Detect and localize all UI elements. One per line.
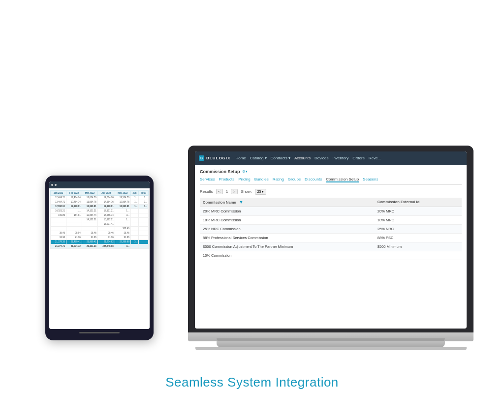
table-row: 31.3621.3631.3631.3631.36 — [51, 235, 149, 240]
commission-ext-id-cell: $500 Minimum — [375, 242, 462, 251]
table-row: 169.89164.9112,664.7416,266.743... — [51, 213, 149, 217]
commission-ext-id-cell — [375, 251, 462, 260]
nav-item-reve[interactable]: Reve... — [369, 156, 381, 160]
sub-nav-seasons[interactable]: Seasons — [363, 177, 378, 182]
laptop-toolbar: Results < 1 > Show: 25 ▾ — [200, 189, 462, 195]
sub-nav-discounts[interactable]: Discounts — [305, 177, 322, 182]
commission-name-cell: 25% NRC Commission — [200, 224, 375, 233]
sub-nav-rating[interactable]: Rating — [273, 177, 284, 182]
laptop-screen-inner: B BLULOGIX Home Catalog ▾ Contracts ▾ Ac… — [195, 151, 467, 329]
tablet-content: Jan 2022 Feb 2022 Mar 2022 Apr 2022 May … — [49, 188, 150, 251]
tablet-col-jan: Jan 2022 — [51, 190, 66, 195]
nav-item-orders[interactable]: Orders — [352, 156, 364, 160]
sub-nav-pricing[interactable]: Pricing — [238, 177, 250, 182]
show-label: Show: — [241, 189, 252, 194]
table-row: 88% Professional Services Commission 88%… — [200, 233, 462, 242]
laptop-page-title-bar: Commission Setup ⚙ ▾ — [200, 169, 462, 174]
tablet-home-indicator — [79, 332, 120, 333]
table-row: 12,464.7113,464.7411,664.7614,664.7613,5… — [51, 195, 149, 200]
table-row: 25% NRC Commission 25% NRC — [200, 224, 462, 233]
table-row: 10% MRC Commission 10% MRC — [200, 215, 462, 224]
logo-text: BLULOGIX — [206, 156, 230, 160]
col-commission-external-id: Commission External Id — [375, 198, 462, 207]
table-row: 16,321.211...14,121.2117,121.211... — [51, 209, 149, 213]
commission-name-cell: 88% Professional Services Commission — [200, 233, 375, 242]
table-row: 10% Commission — [200, 251, 462, 260]
laptop-table-header-row: Commission Name ▼ Commission External Id — [200, 198, 462, 207]
tablet-battery-icon — [55, 184, 57, 186]
commission-ext-id-cell: 10% MRC — [375, 215, 462, 224]
tablet-table-header: Jan 2022 Feb 2022 Mar 2022 Apr 2022 May … — [51, 190, 149, 195]
laptop-logo: B BLULOGIX — [199, 155, 230, 161]
laptop-nav: B BLULOGIX Home Catalog ▾ Contracts ▾ Ac… — [195, 151, 467, 165]
nav-item-contracts[interactable]: Contracts ▾ — [271, 156, 290, 160]
table-row-highlighted: 21,279.3521,489.4121,989.4121,234.8222,2… — [51, 240, 149, 244]
commission-name-cell: 20% MRC Commission — [200, 207, 375, 215]
laptop-table: Commission Name ▼ Commission External Id… — [200, 198, 462, 260]
results-label: Results — [200, 189, 213, 194]
laptop-device: B BLULOGIX Home Catalog ▾ Contracts ▾ Ac… — [188, 146, 473, 350]
laptop-nav-items: Home Catalog ▾ Contracts ▾ Accounts Devi… — [235, 156, 381, 160]
nav-item-inventory[interactable]: Inventory — [332, 156, 348, 160]
commission-name-cell: $500 Commission Adjustment To The Partne… — [200, 242, 375, 251]
table-row: 313.46 — [51, 226, 149, 231]
table-row: 35.4635.9435.4635.4635.46 — [51, 231, 149, 235]
table-row: 12,464.7113,464.7411,664.7614,664.7613,5… — [51, 200, 149, 204]
laptop-feet — [195, 347, 467, 350]
prev-page-button[interactable]: < — [216, 189, 223, 194]
nav-item-devices[interactable]: Devices — [315, 156, 328, 160]
sub-nav-commission-setup[interactable]: Commission Setup — [326, 177, 359, 182]
commission-ext-id-cell: 20% MRC — [375, 207, 462, 215]
sub-nav-bundles[interactable]: Bundles — [254, 177, 269, 182]
next-page-button[interactable]: > — [231, 189, 238, 194]
laptop-page-title: Commission Setup — [200, 169, 240, 174]
tablet-device: Jan 2022 Feb 2022 Mar 2022 Apr 2022 May … — [45, 176, 154, 340]
logo-icon: B — [199, 155, 204, 161]
table-row-subtotal-2: 21,274.7121,074.7221,101.23328,448.983..… — [51, 244, 149, 248]
sub-nav-products[interactable]: Products — [219, 177, 235, 182]
tablet-col-may: May 2022 — [115, 190, 130, 195]
show-count-select[interactable]: 25 ▾ — [255, 189, 267, 195]
table-row: $500 Commission Adjustment To The Partne… — [200, 242, 462, 251]
commission-name-cell: 10% Commission — [200, 251, 375, 260]
table-row: 14,122.2116,122.211... — [51, 217, 149, 222]
tablet-col-mar: Mar 2022 — [82, 190, 97, 195]
laptop-sub-nav: Services Products Pricing Bundles Rating… — [200, 177, 462, 185]
nav-item-accounts[interactable]: Accounts — [294, 156, 311, 160]
laptop-base — [188, 332, 473, 341]
laptop-stand — [217, 341, 445, 347]
tablet-screen: Jan 2022 Feb 2022 Mar 2022 Apr 2022 May … — [49, 181, 150, 329]
settings-icon: ⚙ ▾ — [242, 170, 248, 174]
col-commission-name: Commission Name ▼ — [200, 198, 375, 207]
tablet-header — [49, 181, 150, 188]
tablet-col-apr: Apr 2022 — [97, 190, 115, 195]
filter-icon[interactable]: ▼ — [239, 200, 244, 205]
page-title: Seamless System Integration — [165, 375, 339, 390]
tablet-col-total: Total — [139, 190, 149, 195]
table-row-subtotal: 12,990.9112,990.9112,990.9112,990.9112,9… — [51, 204, 149, 209]
commission-ext-id-cell: 88% PSC — [375, 233, 462, 242]
tablet-col-jun: Jun — [130, 190, 139, 195]
sub-nav-services[interactable]: Services — [200, 177, 215, 182]
commission-ext-id-cell: 25% NRC — [375, 224, 462, 233]
tablet-outer: Jan 2022 Feb 2022 Mar 2022 Apr 2022 May … — [45, 176, 154, 340]
tablet-status-icon — [51, 184, 53, 186]
scene: Jan 2022 Feb 2022 Mar 2022 Apr 2022 May … — [31, 30, 473, 365]
nav-item-home[interactable]: Home — [235, 156, 246, 160]
tablet-col-feb: Feb 2022 — [66, 190, 82, 195]
tablet-table: Jan 2022 Feb 2022 Mar 2022 Apr 2022 May … — [50, 190, 149, 249]
nav-item-catalog[interactable]: Catalog ▾ — [250, 156, 267, 160]
table-row: 16,297.41 — [51, 222, 149, 226]
current-page: 1 — [226, 189, 228, 194]
commission-name-cell: 10% MRC Commission — [200, 215, 375, 224]
laptop-page-content: Commission Setup ⚙ ▾ Services Products P… — [195, 165, 467, 264]
sub-nav-groups[interactable]: Groups — [288, 177, 301, 182]
table-row: 20% MRC Commission 20% MRC — [200, 207, 462, 215]
laptop-screen-outer: B BLULOGIX Home Catalog ▾ Contracts ▾ Ac… — [188, 146, 473, 332]
